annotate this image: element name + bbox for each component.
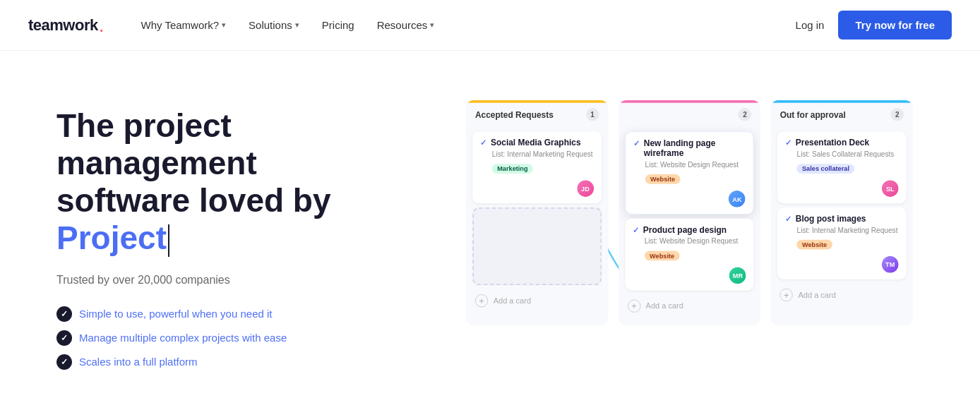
card-tag: Website [797,240,832,250]
card-name: New landing page wireframe [644,138,746,158]
kanban-card: ✓ Presentation Deck List: Sales Collater… [777,131,907,203]
card-title: ✓ Blog post images [785,214,899,224]
card-tag: Marketing [492,164,533,174]
col-title-accepted: Accepted Requests [475,109,554,119]
kanban-card: ✓ Social Media Graphics List: Internal M… [472,131,602,203]
kanban-card: ✓ Product page design List: Website Desi… [625,218,754,290]
kanban-column-wip: 2 ✓ New landing page wireframe List: Web… [619,100,760,325]
col-bar-blue [771,100,913,103]
hero-title-line2: software loved by [56,182,331,219]
feature-label-2: Manage multiple complex projects with ea… [79,332,287,344]
card-tag: Website [645,174,681,184]
col-header-accepted: Accepted Requests 1 [466,100,608,128]
card-list-label: List: Internal Marketing Request [785,226,899,234]
feature-item-3: Scales into a full platform [56,354,424,370]
hero-title-highlight: Project [56,219,167,256]
nav-item-solutions[interactable]: Solutions ▾ [240,13,308,37]
feature-item-1: Simple to use, powerful when you need it [56,306,424,322]
navbar: teamwork. Why Teamwork? ▾ Solutions ▾ Pr… [0,0,980,51]
hero-text: The project management software loved by… [56,93,424,370]
nav-label-resources: Resources [377,19,428,31]
try-free-button[interactable]: Try now for free [838,11,952,40]
check-icon: ✓ [480,138,486,147]
kanban-column-approval: Out for approval 2 ✓ Presentation Deck L… [771,100,913,325]
card-avatar: TM [882,256,899,273]
add-card-label: Add a card [646,301,683,310]
card-title: ✓ Presentation Deck [785,138,899,147]
add-card-button[interactable]: + Add a card [619,294,760,318]
hero-title-line1: The project management [56,107,257,181]
nav-item-why-teamwork[interactable]: Why Teamwork? ▾ [133,13,235,37]
nav-label-why: Why Teamwork? [141,19,220,31]
check-icon: ✓ [785,215,791,224]
check-icon: ✓ [785,138,791,147]
kanban-board: Accepted Requests 1 ✓ Social Media Graph… [466,100,913,325]
col-header-wip: 2 [619,100,760,128]
card-title: ✓ New landing page wireframe [633,138,746,158]
kanban-card-featured: ✓ New landing page wireframe List: Websi… [625,131,754,215]
check-icon: ✓ [633,226,639,235]
logo-text: teamwork [28,16,98,35]
avatar-image: JD [577,180,594,197]
col-bar-yellow [466,100,608,103]
avatar-image: SL [882,180,899,197]
avatar-image: TM [882,256,899,273]
check-icon: ✓ [633,139,640,148]
card-avatar: MR [729,267,746,284]
col-count-wip: 2 [739,108,751,121]
card-list-label: List: Internal Marketing Request [480,150,594,158]
drag-placeholder [472,207,602,285]
kanban-column-accepted: Accepted Requests 1 ✓ Social Media Graph… [466,100,608,325]
login-button[interactable]: Log in [782,13,839,37]
check-icon-3 [56,354,72,370]
add-card-button[interactable]: + Add a card [466,289,608,313]
col-header-approval: Out for approval 2 [771,100,913,128]
nav-item-resources[interactable]: Resources ▾ [369,13,443,37]
card-list-label: List: Sales Collateral Requests [785,150,899,158]
col-bar-pink [619,100,760,103]
card-avatar: SL [882,180,899,197]
feature-item-2: Manage multiple complex projects with ea… [56,330,424,346]
card-tag: Website [645,251,680,260]
trust-text: Trusted by over 20,000 companies [56,274,424,287]
card-name: Social Media Graphics [491,138,581,147]
card-avatar: AK [729,191,746,207]
card-title: ✓ Social Media Graphics [480,138,594,147]
nav-item-pricing[interactable]: Pricing [313,13,363,37]
add-card-label: Add a card [798,291,835,300]
col-count-approval: 2 [891,108,904,121]
feature-label-1: Simple to use, powerful when you need it [79,308,273,320]
nav-label-pricing: Pricing [322,19,354,31]
kanban-card: ✓ Blog post images List: Internal Market… [777,207,907,279]
hero-title: The project management software loved by… [56,107,424,257]
avatar-image: MR [729,267,746,284]
card-name: Blog post images [796,214,866,224]
nav-label-solutions: Solutions [249,19,292,31]
card-name: Presentation Deck [796,138,869,147]
check-icon-1 [56,306,72,322]
add-card-button[interactable]: + Add a card [771,283,913,306]
card-title: ✓ Product page design [633,225,746,235]
card-list-label: List: Website Design Request [633,161,746,169]
chevron-down-icon: ▾ [222,20,226,30]
add-icon: + [628,299,640,312]
add-icon: + [475,294,488,307]
card-tag: Sales collateral [797,164,855,174]
logo[interactable]: teamwork. [28,16,104,35]
chevron-down-icon: ▾ [430,20,434,30]
feature-label-3: Scales into a full platform [79,356,198,368]
feature-list: Simple to use, powerful when you need it… [56,306,424,370]
check-icon-2 [56,330,72,346]
kanban-preview: Accepted Requests 1 ✓ Social Media Graph… [466,93,952,345]
avatar-image: AK [729,191,746,207]
card-avatar: JD [577,180,594,197]
chevron-down-icon: ▾ [295,20,299,30]
col-title-approval: Out for approval [780,109,846,119]
cursor-blink [168,224,169,257]
card-name: Product page design [643,225,727,235]
add-card-label: Add a card [494,296,531,306]
col-count-accepted: 1 [586,108,599,121]
card-list-label: List: Website Design Request [633,237,746,245]
nav-links: Why Teamwork? ▾ Solutions ▾ Pricing Reso… [133,13,782,37]
hero-section: The project management software loved by… [0,51,980,398]
